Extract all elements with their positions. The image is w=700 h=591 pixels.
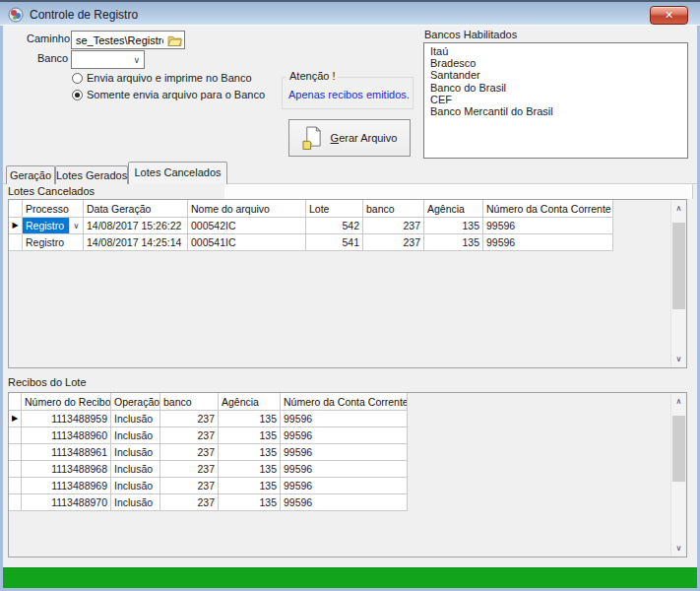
cell-numero[interactable]: 1113488961 bbox=[22, 444, 111, 461]
cell-operacao[interactable]: Inclusão bbox=[111, 427, 160, 444]
bancos-listbox[interactable]: Itaú Bradesco Santander Banco do Brasil … bbox=[423, 42, 688, 159]
list-item[interactable]: Santander bbox=[424, 69, 687, 81]
cell-agencia[interactable]: 135 bbox=[219, 411, 281, 427]
recibos-scrollbar[interactable]: ∧ ∨ bbox=[670, 394, 685, 556]
cell-banco[interactable]: 237 bbox=[160, 427, 219, 444]
col-header-data-geracao[interactable]: Data Geração bbox=[84, 200, 188, 218]
cell-agencia[interactable]: 135 bbox=[424, 218, 483, 234]
cell-operacao[interactable]: Inclusão bbox=[111, 494, 160, 511]
row-selector[interactable] bbox=[9, 478, 22, 494]
cell-lote[interactable]: 542 bbox=[306, 218, 363, 234]
gerar-arquivo-button[interactable]: Gerar Arquivo bbox=[288, 119, 411, 157]
cell-operacao[interactable]: Inclusão bbox=[111, 411, 160, 427]
radio-circle bbox=[72, 73, 83, 84]
row-selector[interactable] bbox=[9, 494, 22, 511]
row-selector[interactable]: ▶ bbox=[9, 411, 22, 427]
scrollbar-thumb[interactable] bbox=[672, 416, 685, 482]
cell-agencia[interactable]: 135 bbox=[219, 478, 281, 494]
cell-banco[interactable]: 237 bbox=[363, 234, 424, 251]
col-header-operacao[interactable]: Operação bbox=[111, 393, 160, 411]
cell-agencia[interactable]: 135 bbox=[424, 234, 483, 251]
cell-agencia[interactable]: 135 bbox=[219, 427, 281, 444]
radio-envia-imprime-label: Envia arquivo e imprime no Banco bbox=[87, 72, 252, 84]
caminho-input[interactable] bbox=[72, 34, 165, 46]
cell-banco[interactable]: 237 bbox=[160, 444, 219, 461]
row-selector[interactable]: ▶ bbox=[9, 218, 23, 234]
banco-select[interactable]: ∨ bbox=[71, 50, 145, 69]
cell-operacao[interactable]: Inclusão bbox=[111, 444, 160, 461]
scroll-down-icon[interactable]: ∨ bbox=[671, 352, 686, 366]
col-header-agencia[interactable]: Agência bbox=[219, 393, 281, 411]
cell-conta[interactable]: 99596 bbox=[281, 427, 408, 444]
cell-numero[interactable]: 1113488959 bbox=[22, 411, 111, 427]
cell-data[interactable]: 14/08/2017 14:25:14 bbox=[84, 234, 188, 251]
scroll-down-icon[interactable]: ∨ bbox=[671, 541, 686, 556]
cell-operacao[interactable]: Inclusão bbox=[111, 461, 160, 478]
cell-conta[interactable]: 99596 bbox=[281, 461, 408, 478]
col-header-processo[interactable]: Processo bbox=[23, 200, 84, 218]
cell-numero[interactable]: 1113488968 bbox=[22, 461, 111, 478]
row-selector[interactable] bbox=[9, 461, 22, 478]
cell-numero[interactable]: 1113488960 bbox=[22, 427, 111, 444]
list-item[interactable]: CEF bbox=[424, 94, 687, 105]
recibos-do-lote-title: Recibos do Lote bbox=[8, 376, 87, 388]
close-button[interactable]: ✕ bbox=[650, 6, 688, 25]
cell-conta[interactable]: 99596 bbox=[483, 218, 613, 234]
chevron-down-icon[interactable]: ∨ bbox=[69, 218, 83, 233]
col-header-conta[interactable]: Número da Conta Corrente bbox=[483, 200, 613, 218]
cell-agencia[interactable]: 135 bbox=[219, 461, 281, 478]
col-header-nome-arquivo[interactable]: Nome do arquivo bbox=[188, 200, 306, 218]
radio-somente-envia[interactable]: Somente envia arquivo para o Banco bbox=[72, 89, 265, 100]
col-header-banco[interactable]: banco bbox=[160, 393, 219, 411]
cell-conta[interactable]: 99596 bbox=[281, 411, 408, 427]
caminho-field bbox=[71, 31, 185, 49]
banco-label: Banco bbox=[37, 52, 68, 64]
scroll-up-icon[interactable]: ∧ bbox=[671, 394, 686, 409]
col-header-numero-recibo[interactable]: Número do Recibo bbox=[22, 393, 111, 411]
cell-banco[interactable]: 237 bbox=[160, 461, 219, 478]
cell-conta[interactable]: 99596 bbox=[281, 444, 408, 461]
cell-processo-combo[interactable]: Registro ∨ bbox=[23, 218, 84, 234]
cell-arquivo[interactable]: 000541IC bbox=[188, 234, 306, 251]
cell-conta[interactable]: 99596 bbox=[281, 494, 408, 511]
col-header-conta[interactable]: Número da Conta Corrente bbox=[281, 393, 408, 411]
list-item[interactable]: Bradesco bbox=[424, 57, 687, 69]
cell-conta[interactable]: 99596 bbox=[483, 234, 613, 251]
tab-lotes-gerados[interactable]: Lotes Gerados bbox=[55, 165, 128, 184]
scrollbar-thumb[interactable] bbox=[672, 223, 685, 309]
cell-agencia[interactable]: 135 bbox=[219, 444, 281, 461]
cell-banco[interactable]: 237 bbox=[160, 494, 219, 511]
row-selector[interactable] bbox=[9, 234, 23, 251]
cell-operacao[interactable]: Inclusão bbox=[111, 478, 160, 494]
cell-conta[interactable]: 99596 bbox=[281, 478, 408, 494]
col-header-banco[interactable]: banco bbox=[363, 200, 424, 218]
cell-banco[interactable]: 237 bbox=[160, 411, 219, 427]
tab-lotes-cancelados[interactable]: Lotes Cancelados bbox=[128, 162, 227, 184]
list-item[interactable]: Itaú bbox=[424, 45, 687, 57]
radio-envia-imprime[interactable]: Envia arquivo e imprime no Banco bbox=[72, 72, 252, 84]
row-selector[interactable] bbox=[9, 427, 22, 444]
cell-lote[interactable]: 541 bbox=[306, 234, 363, 251]
scroll-up-icon[interactable]: ∧ bbox=[671, 201, 686, 216]
caminho-label: Caminho bbox=[27, 33, 70, 44]
cell-processo[interactable]: Registro bbox=[23, 234, 84, 251]
cell-agencia[interactable]: 135 bbox=[219, 494, 281, 511]
lotes-scrollbar[interactable]: ∧ ∨ bbox=[670, 201, 685, 366]
col-header-agencia[interactable]: Agência bbox=[424, 200, 483, 218]
tab-geracao[interactable]: Geração bbox=[6, 165, 55, 184]
cell-numero[interactable]: 1113488969 bbox=[22, 478, 111, 494]
row-marker-icon: ▶ bbox=[12, 222, 18, 230]
list-item[interactable]: Banco Mercantil do Brasil bbox=[424, 105, 687, 117]
cell-banco[interactable]: 237 bbox=[363, 218, 424, 234]
browse-folder-button[interactable] bbox=[165, 33, 183, 47]
atencao-message: Apenas recibos emitidos. bbox=[288, 89, 410, 100]
row-selector[interactable] bbox=[9, 444, 22, 461]
cell-numero[interactable]: 1113488970 bbox=[22, 494, 111, 511]
table-row: ▶ Registro ∨ 14/08/2017 15:26:22 000542I… bbox=[9, 218, 613, 234]
cell-arquivo[interactable]: 000542IC bbox=[188, 218, 306, 234]
cell-data[interactable]: 14/08/2017 15:26:22 bbox=[84, 218, 188, 234]
list-item[interactable]: Banco do Brasil bbox=[424, 82, 687, 94]
col-header-lote[interactable]: Lote bbox=[306, 200, 363, 218]
table-row: 1113488969 Inclusão 237 135 99596 bbox=[9, 478, 408, 494]
cell-banco[interactable]: 237 bbox=[160, 478, 219, 494]
